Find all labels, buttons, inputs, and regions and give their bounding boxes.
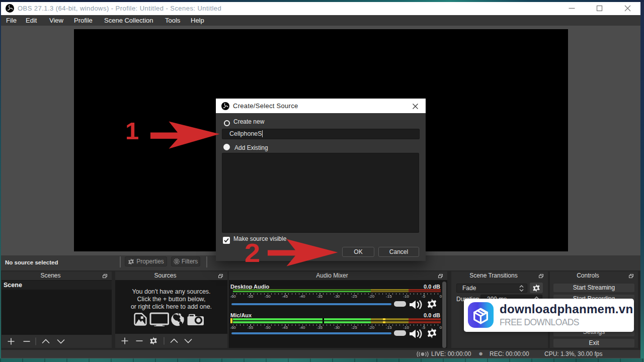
svg-text:2: 2 bbox=[245, 238, 260, 267]
svg-text:1: 1 bbox=[125, 117, 139, 144]
